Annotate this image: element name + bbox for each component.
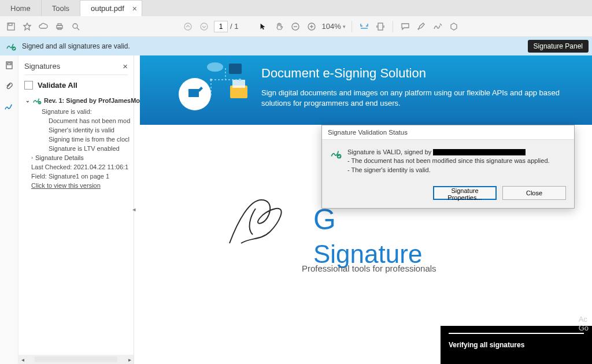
pointer-icon[interactable] bbox=[257, 20, 269, 33]
comment-icon[interactable] bbox=[399, 20, 412, 33]
tab-tools[interactable]: Tools bbox=[42, 0, 80, 16]
signature-panel-button[interactable]: Signature Panel bbox=[528, 40, 589, 53]
toolbar: / 1 104% ▾ bbox=[0, 16, 592, 37]
signature-valid-icon bbox=[330, 148, 342, 159]
sig-valid-label: Signature is valid: bbox=[25, 107, 134, 116]
sidebar-close-icon[interactable]: × bbox=[123, 61, 128, 71]
hand-icon[interactable] bbox=[273, 20, 286, 33]
tagline-text: Professional tools for professionals bbox=[302, 263, 436, 273]
tab-home[interactable]: Home bbox=[0, 0, 42, 16]
brand-text: GSignature bbox=[313, 203, 422, 270]
field-label: Field: Signature1 on page 1 bbox=[25, 172, 134, 181]
validate-all-button[interactable]: Validate All bbox=[18, 79, 134, 94]
svg-rect-28 bbox=[232, 80, 245, 88]
dialog-close-button[interactable]: Close bbox=[502, 186, 566, 200]
cloud-icon[interactable] bbox=[37, 20, 50, 33]
banner-title: Document e-Signing Solution bbox=[261, 66, 578, 81]
page-down-icon[interactable] bbox=[198, 20, 210, 33]
svg-point-6 bbox=[73, 24, 77, 28]
chevron-right-icon: › bbox=[31, 155, 33, 161]
search-icon[interactable] bbox=[69, 20, 82, 33]
left-rail bbox=[0, 55, 18, 364]
sidebar-collapse-handle[interactable] bbox=[134, 55, 140, 364]
view-version-link[interactable]: Click to view this version bbox=[25, 181, 134, 190]
activation-watermark: Ac Go bbox=[579, 315, 589, 332]
svg-rect-29 bbox=[229, 64, 242, 74]
progress-message: Verifying all signatures bbox=[449, 341, 584, 349]
last-checked-label: Last Checked: 2021.04.22 11:06:1 bbox=[25, 162, 134, 172]
banner-graphic-icon bbox=[175, 62, 250, 120]
page-total-label: / 1 bbox=[230, 22, 238, 31]
signature-validation-dialog: Signature Validation Status Signature is… bbox=[321, 125, 575, 209]
sig-detail-line: Signature is LTV enabled bbox=[25, 144, 134, 153]
dialog-line3: - The signer's identity is valid. bbox=[347, 166, 550, 174]
svg-rect-26 bbox=[188, 89, 199, 97]
star-icon[interactable] bbox=[21, 20, 34, 33]
svg-rect-1 bbox=[9, 23, 12, 25]
thumbnails-icon[interactable] bbox=[4, 60, 14, 70]
redacted-name bbox=[433, 149, 526, 155]
page-current-input[interactable] bbox=[214, 21, 228, 32]
zoom-in-icon[interactable] bbox=[305, 20, 318, 33]
signature-valid-icon bbox=[6, 41, 16, 51]
print-icon[interactable] bbox=[53, 20, 66, 33]
revision-title: Rev. 1: Signed by ProfJamesMo bbox=[44, 97, 140, 104]
svg-line-20 bbox=[440, 24, 442, 25]
svg-marker-10 bbox=[261, 23, 265, 29]
dialog-text: Signature is VALID, signed by - The docu… bbox=[347, 148, 550, 174]
banner: Document e-Signing Solution Sign digital… bbox=[140, 55, 592, 125]
dialog-line2: - The document has not been modified sin… bbox=[347, 157, 550, 165]
chevron-down-icon[interactable]: ▾ bbox=[343, 24, 346, 29]
signature-details-label: Signature Details bbox=[35, 154, 84, 161]
document-viewport[interactable]: Document e-Signing Solution Sign digital… bbox=[140, 55, 592, 364]
signatures-rail-icon[interactable] bbox=[4, 102, 14, 112]
fit-width-icon[interactable] bbox=[358, 20, 371, 33]
svg-point-8 bbox=[184, 23, 191, 30]
validate-all-icon bbox=[24, 81, 33, 90]
sidebar-horizontal-scrollbar[interactable]: ◂ ▸ bbox=[18, 355, 134, 364]
signature-details-row[interactable]: › Signature Details bbox=[25, 153, 134, 162]
svg-point-31 bbox=[210, 79, 212, 81]
attachments-icon[interactable] bbox=[4, 81, 14, 91]
sig-detail-line: Signing time is from the clocl bbox=[25, 135, 134, 144]
tab-close-icon[interactable]: × bbox=[132, 4, 137, 13]
scroll-left-icon[interactable]: ◂ bbox=[18, 356, 27, 363]
sidebar-title: Signatures bbox=[24, 62, 60, 70]
svg-point-30 bbox=[207, 62, 223, 72]
page-up-icon[interactable] bbox=[182, 20, 194, 33]
sig-detail-line: Signer's identity is valid bbox=[25, 125, 134, 135]
banner-description: Sign digital documents and images on any… bbox=[261, 88, 562, 109]
tab-document[interactable]: output.pdf × bbox=[80, 0, 142, 16]
signatures-sidebar: Signatures × Validate All ⌄ Rev. 1: Sign… bbox=[18, 55, 134, 364]
signature-status-bar: Signed and all signatures are valid. Sig… bbox=[0, 37, 592, 55]
save-icon[interactable] bbox=[5, 20, 17, 33]
fit-page-icon[interactable] bbox=[374, 20, 387, 33]
svg-point-9 bbox=[201, 23, 208, 30]
dialog-line1: Signature is VALID, signed by bbox=[347, 148, 431, 155]
validate-all-label: Validate All bbox=[38, 81, 77, 90]
handwritten-signature-image bbox=[221, 188, 296, 252]
progress-bar bbox=[449, 333, 584, 334]
tab-document-label: output.pdf bbox=[91, 4, 124, 13]
zoom-value: 104% bbox=[321, 22, 341, 31]
app-tabs-bar: Home Tools output.pdf × bbox=[0, 0, 592, 16]
verify-progress-toast: Verifying all signatures bbox=[441, 326, 592, 364]
signature-properties-button[interactable]: Signature Properties... bbox=[433, 186, 497, 200]
svg-rect-4 bbox=[58, 24, 61, 25]
zoom-out-icon[interactable] bbox=[289, 20, 302, 33]
page-nav: / 1 bbox=[214, 21, 238, 32]
highlight-icon[interactable] bbox=[415, 20, 428, 33]
signature-revision-row[interactable]: ⌄ Rev. 1: Signed by ProfJamesMo bbox=[25, 94, 134, 107]
scroll-right-icon[interactable]: ▸ bbox=[125, 356, 134, 363]
stamp-icon[interactable] bbox=[447, 20, 460, 33]
signature-valid-icon bbox=[32, 96, 42, 105]
sig-detail-line: Document has not been mod bbox=[25, 116, 134, 125]
svg-rect-17 bbox=[378, 23, 383, 30]
svg-line-7 bbox=[77, 28, 79, 30]
sign-icon[interactable] bbox=[431, 20, 444, 33]
dialog-title: Signature Validation Status bbox=[322, 125, 574, 140]
signature-status-text: Signed and all signatures are valid. bbox=[22, 42, 130, 50]
zoom-control[interactable]: 104% ▾ bbox=[321, 22, 345, 31]
svg-point-32 bbox=[239, 79, 241, 81]
svg-marker-2 bbox=[24, 23, 31, 30]
